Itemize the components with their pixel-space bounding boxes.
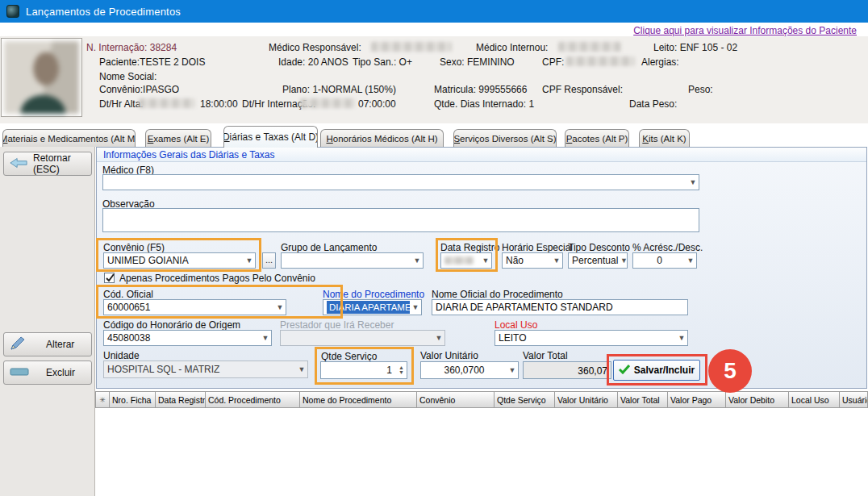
tab-honorarios-medicos[interactable]: Honorários Médicos (Alt H) (320, 129, 444, 147)
valor-unitario-field[interactable]: 360,0700 ▼ (420, 361, 519, 379)
convenio-browse-button[interactable]: ... (262, 252, 276, 269)
nome-procedimento-label: Nome do Procedimento (323, 289, 424, 300)
tipo-sanguineo-field: Tipo San.: O+ (353, 56, 412, 68)
leito-field: Leito: ENF 105 - 02 (653, 42, 737, 53)
col-qtde-servico[interactable]: Qtde Serviço (495, 391, 555, 408)
spinner-arrows-icon[interactable]: ▲▼ (396, 365, 407, 375)
salvar-incluir-button[interactable]: Salvar/Incluir (613, 360, 700, 381)
col-valor-total[interactable]: Valor Total (618, 391, 668, 408)
chevron-down-icon: ▼ (296, 365, 307, 373)
dthr-alta-field: Dt/Hr Alta: (99, 98, 144, 110)
chevron-down-icon: ▼ (411, 256, 423, 265)
observacao-input[interactable] (102, 208, 699, 232)
procedure-entry-window: Lançamentos de Procedimentos Clique aqui… (0, 0, 868, 496)
qtde-dias-field: Qtde. Dias Internado: 1 (434, 98, 534, 110)
horario-especial-combobox[interactable]: Não ▼ (502, 252, 563, 269)
pencil-icon (10, 336, 26, 353)
valor-total-label: Valor Total (523, 350, 568, 361)
sexo-field: Sexo: FEMININO (440, 56, 515, 68)
col-valor-unitario[interactable]: Valor Unitário (555, 391, 618, 408)
grupo-lancamento-combobox[interactable]: ▼ (281, 252, 424, 269)
col-nome-procedimento[interactable]: Nome do Procedimento (300, 391, 417, 408)
nome-oficial-label: Nome Oficial do Procedimento (432, 289, 563, 300)
redacted-data-registro (444, 256, 474, 265)
tab-diarias-taxas[interactable]: Diárias e Taxas (Alt D) (223, 126, 318, 148)
unidade-combobox: HOSPITAL SQL - MATRIZ ▼ (103, 361, 308, 378)
nome-social-label: Nome Social: (99, 71, 156, 82)
prestador-combobox: ▼ (280, 330, 445, 346)
prestador-label: Prestador que Irá Receber (280, 319, 394, 331)
convenio-f5-label: Convênio (F5) (103, 242, 165, 253)
patient-info-link[interactable]: Clique aqui para visualizar Informações … (633, 25, 857, 36)
nome-procedimento-combobox[interactable]: DIARIA APARTAMENTO ▼ (323, 299, 422, 315)
excluir-button[interactable]: Excluir (3, 361, 92, 385)
qtde-servico-label: Qtde Serviço (321, 351, 377, 362)
medico-combobox[interactable]: ▼ (102, 174, 699, 190)
row-indicator-column: ✳ (95, 391, 110, 408)
chevron-down-icon: ▼ (244, 256, 255, 265)
asterisk-icon: ✳ (99, 396, 106, 404)
chevron-down-icon: ▼ (507, 366, 518, 374)
col-cod-procedimento[interactable]: Cód. Procedimento (206, 391, 300, 408)
cod-oficial-combobox[interactable]: 60000651 ▼ (103, 299, 286, 315)
step-5-badge: 5 (708, 349, 752, 393)
col-nro-ficha[interactable]: Nro. Ficha (110, 391, 156, 408)
acresc-desc-field[interactable]: 0 ▼ (632, 252, 697, 269)
patient-photo (1, 38, 82, 117)
left-sidebar (0, 147, 95, 496)
plano-field: Plano: 1-NORMAL (150%) (282, 84, 396, 95)
grupo-lancamento-label: Grupo de Lançamento (281, 242, 377, 253)
apenas-pagos-checkbox[interactable] (104, 273, 115, 283)
col-valor-debito[interactable]: Valor Debito (726, 391, 789, 408)
col-usuario[interactable]: Usuário (840, 391, 868, 408)
peso-label: Peso: (688, 84, 713, 95)
chevron-down-icon: ▼ (551, 256, 562, 265)
local-uso-label: Local Uso (495, 319, 537, 331)
cod-honorario-label: Código do Honorário de Origem (103, 319, 240, 331)
chevron-down-icon: ▼ (480, 256, 491, 265)
check-icon (105, 273, 115, 283)
cod-oficial-label: Cód. Oficial (103, 289, 153, 300)
cod-honorario-combobox[interactable]: 45080038 ▼ (103, 330, 272, 346)
tab-pacotes[interactable]: Pacotes (Alt P) (565, 129, 629, 147)
apenas-pagos-label: Apenas Procedimentos Pagos Pelo Convênio (119, 273, 315, 284)
matricula-field: Matricula: 999555666 (434, 84, 527, 95)
results-grid-body (95, 408, 868, 496)
col-data-registro[interactable]: Data Registro (156, 391, 206, 408)
nome-oficial-input[interactable]: DIARIA DE APARTAMENTO STANDARD (432, 299, 688, 315)
data-peso-label: Data Peso: (629, 98, 677, 110)
green-check-icon (619, 365, 630, 377)
convenio-combobox[interactable]: UNIMED GOIANIA ▼ (103, 252, 256, 269)
cpf-responsavel-label: CPF Responsável: (542, 84, 623, 95)
tab-materiais-medicamentos[interactable]: Materiais e Medicamentos (Alt M) (2, 129, 136, 147)
back-arrow-icon (10, 157, 27, 171)
chevron-down-icon: ▼ (685, 256, 696, 265)
redacted-cpf (566, 56, 635, 66)
internacao-field: N. Internação: 38284 (86, 42, 177, 53)
redacted-data-alta (139, 98, 195, 108)
valor-total-field: 360,07 (523, 361, 611, 379)
col-local-uso[interactable]: Local Uso (789, 391, 840, 408)
results-grid-header: ✳ Nro. Ficha Data Registro Cód. Procedim… (95, 391, 868, 408)
qtde-servico-spinner[interactable]: 1 ▲▼ (320, 361, 407, 379)
retornar-button[interactable]: Retornar (ESC) (3, 152, 92, 176)
tab-exames[interactable]: Exames (Alt E) (145, 129, 211, 147)
horario-especial-label: Horário Especial (502, 242, 573, 253)
data-registro-combobox[interactable]: ▼ (440, 252, 492, 269)
idade-field: Idade: 20 ANOS (278, 56, 348, 68)
col-valor-pago[interactable]: Valor Pago (668, 391, 726, 408)
medico-internou-label: Médico Internou: (476, 42, 548, 53)
cpf-label: CPF: (542, 56, 564, 68)
tab-servicos-diversos[interactable]: Serviços Diversos (Alt S) (453, 129, 557, 147)
col-convenio[interactable]: Convênio (417, 391, 495, 408)
window-title: Lançamentos de Procedimentos (26, 6, 181, 18)
alterar-button[interactable]: Alterar (3, 332, 92, 356)
tab-kits[interactable]: Kits (Alt K) (639, 129, 690, 147)
local-uso-combobox[interactable]: LEITO ▼ (495, 330, 688, 346)
acresc-desc-label: % Acrésc./Desc. (632, 242, 703, 253)
chevron-down-icon: ▼ (618, 256, 628, 265)
convenio-paciente-field: Convênio:IPASGO (99, 84, 179, 95)
redacted-data-internacao (300, 98, 355, 108)
tipo-desconto-combobox[interactable]: Percentual ▼ (568, 252, 628, 269)
section-title: Informações Gerais das Diárias e Taxas (97, 148, 866, 162)
